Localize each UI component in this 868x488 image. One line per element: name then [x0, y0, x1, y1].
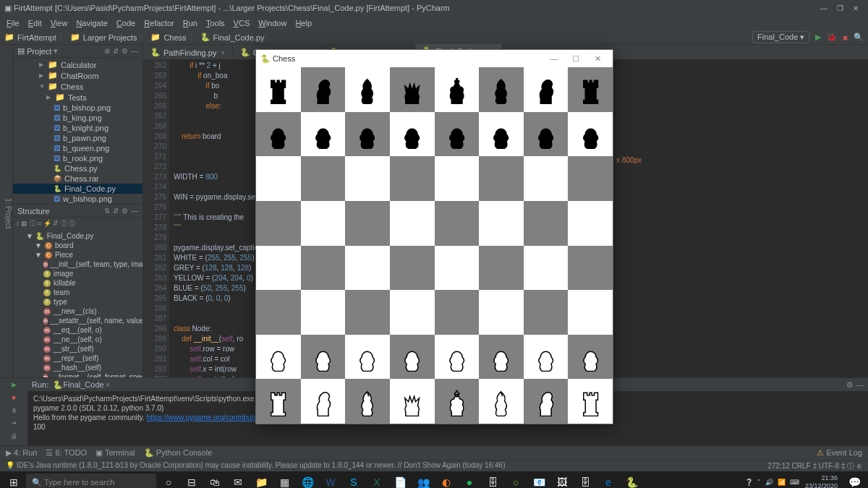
structure-item[interactable]: m __ne__(self, o) — [13, 335, 142, 344]
skype-icon[interactable]: S — [343, 472, 365, 488]
run-tab[interactable]: Final_Code — [63, 380, 103, 389]
output-link[interactable]: https://www.pygame.org/contribute. — [147, 414, 260, 421]
chess-square[interactable] — [479, 290, 524, 335]
edge-icon[interactable]: e — [597, 472, 619, 488]
chess-square[interactable] — [568, 67, 613, 112]
wifi-icon[interactable]: 📶 — [778, 479, 786, 486]
search-icon[interactable]: 🔍 — [854, 33, 864, 42]
chess-square[interactable] — [256, 246, 301, 291]
structure-item[interactable]: m __format__(self, format_spec) — [13, 372, 142, 377]
store-icon[interactable]: 🛍 — [204, 472, 226, 488]
chess-square[interactable] — [345, 335, 390, 380]
chess-minimize-button[interactable]: — — [543, 54, 565, 63]
breadcrumb-item[interactable]: Larger Projects — [83, 33, 137, 42]
tree-file[interactable]: 🖼 b_king.png — [13, 113, 142, 123]
chess-square[interactable] — [390, 201, 435, 246]
menu-file[interactable]: File — [3, 17, 23, 29]
hide-icon[interactable]: — — [856, 380, 864, 389]
chess-square[interactable] — [568, 379, 613, 424]
structure-item[interactable]: ▼C Piece — [13, 250, 142, 260]
structure-item[interactable]: m __repr__(self) — [13, 354, 142, 363]
run-button[interactable]: ▶ — [815, 33, 821, 42]
structure-item[interactable]: f killable — [13, 278, 142, 288]
structure-item[interactable]: m __setattr__(self, name, value) — [13, 316, 142, 325]
chess-square[interactable] — [256, 112, 301, 157]
close-button[interactable]: ✕ — [848, 4, 864, 12]
sort-icon[interactable]: ⇅ — [104, 207, 110, 215]
word-icon[interactable]: W — [320, 472, 341, 488]
chess-square[interactable] — [256, 379, 301, 424]
app-icon[interactable]: 📄 — [389, 472, 411, 488]
cortana-icon[interactable]: ○ — [158, 472, 179, 488]
chess-square[interactable] — [479, 67, 524, 112]
chess-square[interactable] — [479, 201, 524, 246]
chess-square[interactable] — [301, 290, 346, 335]
menu-code[interactable]: Code — [113, 17, 139, 29]
status-message[interactable]: IDE's Java runtime (1.8.0_121-b13 by Ora… — [17, 461, 506, 471]
chess-square[interactable] — [568, 246, 613, 291]
chess-square[interactable] — [524, 112, 569, 157]
print-icon[interactable]: 🖨 — [9, 432, 19, 442]
tree-folder-chess[interactable]: ▼📁 Chess — [13, 81, 142, 92]
structure-tree[interactable]: ▼ 🐍 Final_Code.py▼C board▼C Piecem __ini… — [13, 230, 142, 377]
chess-square[interactable] — [390, 112, 435, 157]
chess-square[interactable] — [435, 335, 480, 380]
blender-icon[interactable]: ◐ — [435, 472, 457, 488]
tree-file[interactable]: 🐍 Chess.py — [13, 163, 142, 174]
menu-run[interactable]: Run — [179, 17, 201, 29]
keyboard-icon[interactable]: ⌨ — [790, 479, 799, 486]
chess-titlebar[interactable]: 🐍 Chess — ☐ ✕ — [256, 50, 613, 67]
chess-square[interactable] — [390, 335, 435, 380]
structure-item[interactable]: m __init__(self, team, type, image, kill… — [13, 260, 142, 269]
bottom-tab[interactable]: ▶ 4: Run — [6, 448, 37, 458]
tree-file[interactable]: 🖼 b_queen.png — [13, 143, 142, 153]
chess-square[interactable] — [256, 201, 301, 246]
chess-square[interactable] — [435, 112, 480, 157]
line-gutter[interactable]: 262 263 264 265 266 267 268 269 270 271 … — [143, 59, 169, 377]
tree-file[interactable]: 🖼 b_pawn.png — [13, 133, 142, 143]
tree-file[interactable]: 🐍 Final_Code.py — [13, 184, 142, 194]
taskbar-search[interactable]: 🔍 Type here to search — [26, 474, 156, 488]
menu-edit[interactable]: Edit — [25, 17, 46, 29]
chess-square[interactable] — [256, 156, 301, 201]
chess-square[interactable] — [345, 67, 390, 112]
db-icon[interactable]: 🗄 — [482, 472, 503, 488]
chess-square[interactable] — [301, 67, 346, 112]
chess-square[interactable] — [345, 201, 390, 246]
chess-square[interactable] — [256, 67, 301, 112]
chess-square[interactable] — [435, 201, 480, 246]
menu-refactor[interactable]: Refactor — [140, 17, 178, 29]
chess-square[interactable] — [390, 246, 435, 291]
structure-item[interactable]: m __str__(self) — [13, 344, 142, 354]
excel-icon[interactable]: X — [366, 472, 388, 488]
structure-item[interactable]: m __hash__(self) — [13, 363, 142, 372]
structure-item[interactable]: f type — [13, 297, 142, 307]
chess-square[interactable] — [390, 67, 435, 112]
chess-square[interactable] — [390, 156, 435, 201]
menu-tools[interactable]: Tools — [203, 17, 229, 29]
gear-icon[interactable]: ⚙ — [122, 47, 128, 55]
chess-square[interactable] — [301, 246, 346, 291]
gear-icon[interactable]: ⚙ — [122, 207, 128, 215]
chess-square[interactable] — [524, 156, 569, 201]
chess-square[interactable] — [479, 156, 524, 201]
chess-square[interactable] — [568, 201, 613, 246]
chess-square[interactable] — [435, 246, 480, 291]
gear-icon[interactable]: ⚙ — [846, 380, 854, 390]
hide-icon[interactable]: — — [131, 47, 138, 55]
chess-square[interactable] — [345, 246, 390, 291]
chess-square[interactable] — [256, 290, 301, 335]
chess-square[interactable] — [345, 379, 390, 424]
app-icon[interactable]: ○ — [505, 472, 527, 488]
pause-icon[interactable]: ⏸ — [9, 407, 19, 417]
chess-square[interactable] — [568, 335, 613, 380]
maximize-button[interactable]: ❐ — [832, 4, 848, 12]
minimize-button[interactable]: — — [816, 4, 832, 12]
menu-view[interactable]: View — [47, 17, 72, 29]
pycharm-icon[interactable]: 🐍 — [621, 472, 642, 488]
tree-file[interactable]: 🖼 b_knight.png — [13, 123, 142, 133]
collapse-icon[interactable]: ⇵ — [113, 47, 119, 55]
chess-board[interactable] — [256, 67, 613, 424]
chess-square[interactable] — [479, 112, 524, 157]
explorer-icon[interactable]: 📁 — [250, 472, 272, 488]
